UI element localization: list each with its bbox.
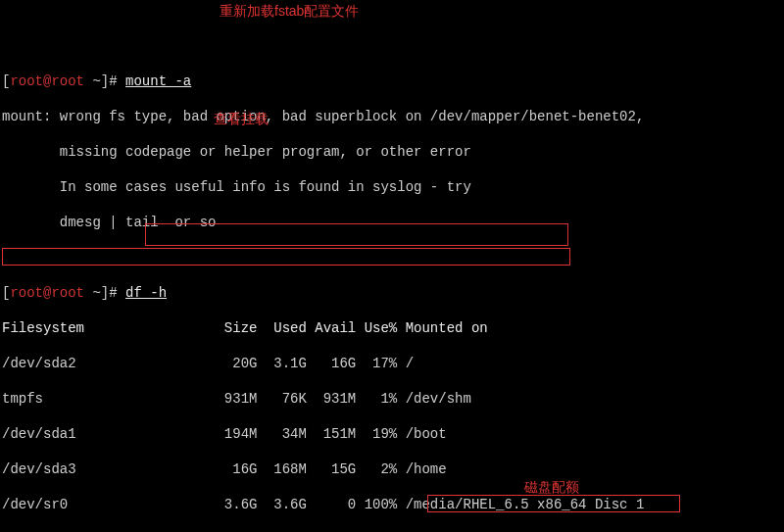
prompt-host: root@root bbox=[10, 285, 84, 301]
annotation-reload-fstab: 重新加载fstab配置文件 bbox=[220, 2, 359, 20]
mount-output-l2: missing codepage or helper program, or o… bbox=[2, 143, 782, 161]
df-row-sda2: /dev/sda2 20G 3.1G 16G 17% / bbox=[2, 355, 782, 372]
mount-output-l3: In some cases useful info is found in sy… bbox=[2, 178, 782, 196]
df-row-sda1: /dev/sda1 194M 34M 151M 19% /boot bbox=[2, 425, 782, 443]
df-header: Filesystem Size Used Avail Use% Mounted … bbox=[2, 319, 782, 337]
df-row-tmpfs: tmpfs 931M 76K 931M 1% /dev/shm bbox=[2, 390, 782, 408]
mount-output-l1: mount: wrong fs type, bad option, bad su… bbox=[2, 108, 782, 125]
df-row-sda3: /dev/sda3 16G 168M 15G 2% /home bbox=[2, 460, 782, 478]
prompt-line-1: [root@root ~]# mount -a bbox=[2, 73, 782, 90]
mount-output-l4: dmesg | tail or so bbox=[2, 214, 782, 231]
command-df-h[interactable]: df -h bbox=[125, 285, 167, 301]
annotation-view-mount: 查看挂载 bbox=[214, 110, 269, 127]
df-row-sr0: /dev/sr0 3.6G 3.6G 0 100% /media/RHEL_6.… bbox=[2, 496, 782, 513]
sep bbox=[118, 285, 125, 301]
annotation-disk-quota: 磁盘配额 bbox=[524, 478, 579, 496]
command-mount-a[interactable]: mount -a bbox=[125, 73, 191, 89]
prompt-line-2: [root@root ~]# df -h bbox=[2, 284, 782, 302]
sep bbox=[118, 73, 125, 89]
prompt-host: root@root bbox=[10, 73, 84, 89]
bracket-close: ~]# bbox=[84, 285, 118, 301]
bracket-close: ~]# bbox=[84, 73, 118, 89]
